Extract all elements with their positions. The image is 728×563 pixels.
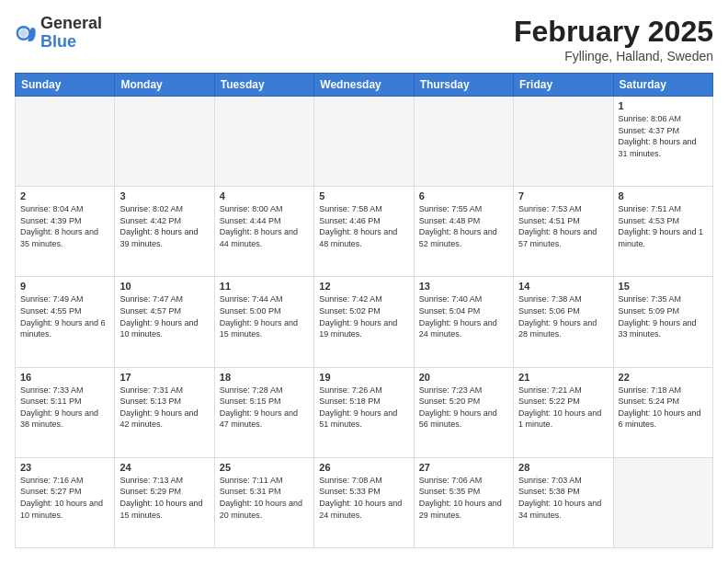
day-number: 6 [419, 190, 508, 201]
day-cell-w4-d7: 22Sunrise: 7:18 AM Sunset: 5:24 PM Dayli… [613, 367, 712, 457]
day-number: 10 [119, 281, 209, 292]
day-cell-w4-d4: 19Sunrise: 7:26 AM Sunset: 5:18 PM Dayli… [314, 367, 414, 457]
day-info: Sunrise: 8:06 AM Sunset: 4:37 PM Dayligh… [619, 113, 708, 159]
day-cell-w3-d1: 9Sunrise: 7:49 AM Sunset: 4:55 PM Daylig… [16, 277, 115, 367]
day-cell-w5-d3: 25Sunrise: 7:11 AM Sunset: 5:31 PM Dayli… [214, 457, 313, 547]
day-cell-w2-d4: 5Sunrise: 7:58 AM Sunset: 4:46 PM Daylig… [314, 187, 414, 277]
col-sunday: Sunday [16, 74, 115, 97]
day-info: Sunrise: 7:08 AM Sunset: 5:33 PM Dayligh… [319, 475, 408, 521]
day-cell-w3-d6: 14Sunrise: 7:38 AM Sunset: 5:06 PM Dayli… [514, 277, 613, 367]
day-cell-w5-d2: 24Sunrise: 7:13 AM Sunset: 5:29 PM Dayli… [115, 457, 214, 547]
day-cell-w1-d5 [414, 97, 513, 187]
day-cell-w1-d4 [314, 97, 414, 187]
day-number: 17 [119, 372, 209, 383]
day-cell-w4-d6: 21Sunrise: 7:21 AM Sunset: 5:22 PM Dayli… [514, 367, 613, 457]
day-cell-w5-d4: 26Sunrise: 7:08 AM Sunset: 5:33 PM Dayli… [314, 457, 414, 547]
day-info: Sunrise: 7:33 AM Sunset: 5:11 PM Dayligh… [20, 385, 109, 431]
day-number: 14 [518, 281, 608, 292]
day-cell-w3-d5: 13Sunrise: 7:40 AM Sunset: 5:04 PM Dayli… [414, 277, 513, 367]
day-number: 1 [619, 100, 708, 111]
col-friday: Friday [514, 74, 613, 97]
day-info: Sunrise: 7:44 AM Sunset: 5:00 PM Dayligh… [220, 293, 309, 339]
month-title: February 2025 [514, 15, 713, 49]
day-number: 23 [20, 462, 109, 473]
page: General Blue February 2025 Fyllinge, Hal… [0, 0, 728, 563]
day-cell-w5-d1: 23Sunrise: 7:16 AM Sunset: 5:27 PM Dayli… [16, 457, 115, 547]
day-number: 27 [419, 462, 508, 473]
day-cell-w2-d3: 4Sunrise: 8:00 AM Sunset: 4:44 PM Daylig… [214, 187, 313, 277]
day-number: 25 [220, 462, 309, 473]
day-info: Sunrise: 7:51 AM Sunset: 4:53 PM Dayligh… [619, 203, 708, 249]
day-cell-w3-d7: 15Sunrise: 7:35 AM Sunset: 5:09 PM Dayli… [613, 277, 712, 367]
week-row-3: 9Sunrise: 7:49 AM Sunset: 4:55 PM Daylig… [16, 277, 713, 367]
day-info: Sunrise: 7:31 AM Sunset: 5:13 PM Dayligh… [119, 385, 209, 431]
day-cell-w2-d7: 8Sunrise: 7:51 AM Sunset: 4:53 PM Daylig… [613, 187, 712, 277]
col-tuesday: Tuesday [214, 74, 313, 97]
day-number: 20 [419, 372, 508, 383]
day-info: Sunrise: 8:04 AM Sunset: 4:39 PM Dayligh… [20, 203, 109, 249]
day-cell-w4-d1: 16Sunrise: 7:33 AM Sunset: 5:11 PM Dayli… [16, 367, 115, 457]
day-number: 12 [319, 281, 408, 292]
day-number: 13 [419, 281, 508, 292]
day-info: Sunrise: 7:58 AM Sunset: 4:46 PM Dayligh… [319, 203, 408, 249]
day-info: Sunrise: 7:40 AM Sunset: 5:04 PM Dayligh… [419, 293, 508, 339]
day-number: 22 [619, 372, 708, 383]
day-info: Sunrise: 7:16 AM Sunset: 5:27 PM Dayligh… [20, 475, 109, 521]
day-number: 2 [20, 190, 109, 201]
subtitle: Fyllinge, Halland, Sweden [514, 49, 713, 63]
day-info: Sunrise: 7:11 AM Sunset: 5:31 PM Dayligh… [220, 475, 309, 521]
day-cell-w1-d2 [115, 97, 214, 187]
day-info: Sunrise: 7:21 AM Sunset: 5:22 PM Dayligh… [518, 385, 608, 431]
week-row-5: 23Sunrise: 7:16 AM Sunset: 5:27 PM Dayli… [16, 457, 713, 547]
day-cell-w3-d4: 12Sunrise: 7:42 AM Sunset: 5:02 PM Dayli… [314, 277, 414, 367]
day-info: Sunrise: 7:55 AM Sunset: 4:48 PM Dayligh… [419, 203, 508, 249]
day-cell-w3-d2: 10Sunrise: 7:47 AM Sunset: 4:57 PM Dayli… [115, 277, 214, 367]
day-cell-w1-d7: 1Sunrise: 8:06 AM Sunset: 4:37 PM Daylig… [613, 97, 712, 187]
week-row-1: 1Sunrise: 8:06 AM Sunset: 4:37 PM Daylig… [16, 97, 713, 187]
day-info: Sunrise: 7:35 AM Sunset: 5:09 PM Dayligh… [619, 293, 708, 339]
day-info: Sunrise: 7:23 AM Sunset: 5:20 PM Dayligh… [419, 385, 508, 431]
day-number: 21 [518, 372, 608, 383]
day-info: Sunrise: 8:00 AM Sunset: 4:44 PM Dayligh… [220, 203, 309, 249]
calendar-table: Sunday Monday Tuesday Wednesday Thursday… [15, 73, 713, 548]
day-number: 8 [619, 190, 708, 201]
day-cell-w5-d6: 28Sunrise: 7:03 AM Sunset: 5:38 PM Dayli… [514, 457, 613, 547]
col-wednesday: Wednesday [314, 74, 414, 97]
day-info: Sunrise: 7:42 AM Sunset: 5:02 PM Dayligh… [319, 293, 408, 339]
day-cell-w5-d7 [613, 457, 712, 547]
day-number: 26 [319, 462, 408, 473]
day-cell-w1-d6 [514, 97, 613, 187]
day-cell-w2-d2: 3Sunrise: 8:02 AM Sunset: 4:42 PM Daylig… [115, 187, 214, 277]
week-row-4: 16Sunrise: 7:33 AM Sunset: 5:11 PM Dayli… [16, 367, 713, 457]
day-cell-w2-d5: 6Sunrise: 7:55 AM Sunset: 4:48 PM Daylig… [414, 187, 513, 277]
day-info: Sunrise: 7:28 AM Sunset: 5:15 PM Dayligh… [220, 385, 309, 431]
day-number: 15 [619, 281, 708, 292]
col-monday: Monday [115, 74, 214, 97]
day-info: Sunrise: 7:13 AM Sunset: 5:29 PM Dayligh… [119, 475, 209, 521]
day-info: Sunrise: 7:49 AM Sunset: 4:55 PM Dayligh… [20, 293, 109, 339]
calendar-header-row: Sunday Monday Tuesday Wednesday Thursday… [16, 74, 713, 97]
title-block: February 2025 Fyllinge, Halland, Sweden [514, 15, 713, 63]
day-info: Sunrise: 8:02 AM Sunset: 4:42 PM Dayligh… [119, 203, 209, 249]
day-cell-w1-d1 [16, 97, 115, 187]
day-number: 5 [319, 190, 408, 201]
day-info: Sunrise: 7:18 AM Sunset: 5:24 PM Dayligh… [619, 385, 708, 431]
day-number: 18 [220, 372, 309, 383]
day-info: Sunrise: 7:47 AM Sunset: 4:57 PM Dayligh… [119, 293, 209, 339]
week-row-2: 2Sunrise: 8:04 AM Sunset: 4:39 PM Daylig… [16, 187, 713, 277]
day-info: Sunrise: 7:06 AM Sunset: 5:35 PM Dayligh… [419, 475, 508, 521]
day-number: 28 [518, 462, 608, 473]
day-cell-w5-d5: 27Sunrise: 7:06 AM Sunset: 5:35 PM Dayli… [414, 457, 513, 547]
logo: General Blue [15, 15, 102, 52]
day-number: 4 [220, 190, 309, 201]
day-cell-w2-d6: 7Sunrise: 7:53 AM Sunset: 4:51 PM Daylig… [514, 187, 613, 277]
day-number: 24 [119, 462, 209, 473]
day-cell-w4-d2: 17Sunrise: 7:31 AM Sunset: 5:13 PM Dayli… [115, 367, 214, 457]
header: General Blue February 2025 Fyllinge, Hal… [15, 15, 713, 63]
day-cell-w4-d3: 18Sunrise: 7:28 AM Sunset: 5:15 PM Dayli… [214, 367, 313, 457]
day-cell-w4-d5: 20Sunrise: 7:23 AM Sunset: 5:20 PM Dayli… [414, 367, 513, 457]
day-info: Sunrise: 7:03 AM Sunset: 5:38 PM Dayligh… [518, 475, 608, 521]
day-cell-w3-d3: 11Sunrise: 7:44 AM Sunset: 5:00 PM Dayli… [214, 277, 313, 367]
logo-icon [15, 22, 37, 44]
day-info: Sunrise: 7:26 AM Sunset: 5:18 PM Dayligh… [319, 385, 408, 431]
